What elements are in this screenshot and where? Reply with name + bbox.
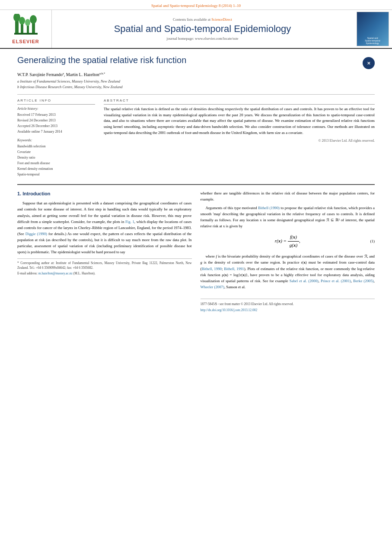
footer-doi: http://dx.doi.org/10.1016/j.sste.2013.12… (201, 308, 375, 313)
article-title-area: Generalizing the spatial relative risk f… (17, 55, 358, 69)
equation-1-number: (1) (370, 238, 375, 244)
body-left-col: 1. Introduction Suppose that an epidemio… (17, 190, 192, 314)
star-footnote: * Corresponding author at: Institute of … (17, 261, 192, 271)
copyright-line: © 2013 Elsevier Ltd. All rights reserved… (104, 138, 375, 143)
journal-homepage: journal homepage: www.elsevier.com/locat… (166, 36, 238, 41)
journal-cover-area: Spatial andSpatio-temporalEpidemiology (353, 10, 392, 48)
bithell-link[interactable]: Bithell (1990) (258, 206, 280, 210)
accepted-date: Accepted 26 December 2013 (17, 124, 95, 129)
affiliation-a: a Institute of Fundamental Sciences, Mas… (17, 79, 375, 84)
journal-citation-header: Spatial and Spatio-temporal Epidemiology… (0, 0, 392, 10)
bithell-1991-link[interactable]: Bithell, 1991 (224, 267, 244, 271)
bithell-1990-link[interactable]: Bithell, 1990 (201, 267, 222, 271)
affiliations: a Institute of Fundamental Sciences, Mas… (17, 79, 375, 90)
svg-rect-8 (14, 33, 38, 35)
fig1-link[interactable]: Fig. 1 (125, 220, 134, 224)
crossmark-icon: ✕ (363, 57, 375, 69)
divider-1 (17, 94, 375, 95)
svg-point-7 (30, 15, 37, 24)
wheeler-link[interactable]: Wheeler (2007) (201, 285, 224, 289)
svg-point-3 (19, 17, 25, 25)
intro-heading: 1. Introduction (17, 190, 192, 198)
abstract-col: ABSTRACT The spatial relative risk funct… (104, 98, 375, 178)
elsevier-tree-icon (13, 14, 39, 38)
abstract-label: ABSTRACT (104, 98, 375, 105)
article-title: Generalizing the spatial relative risk f… (17, 55, 358, 65)
publisher-logo-area: ELSEVIER (0, 10, 52, 48)
keyword-6: Spatio-temporal (17, 172, 95, 177)
history-label: Article history: (17, 106, 95, 111)
info-abstract-cols: ARTICLE INFO Article history: Received 1… (17, 98, 375, 178)
keyword-3: Density ratio (17, 155, 95, 160)
diggie-link[interactable]: Diggie (1990) (25, 232, 47, 236)
article-info-col: ARTICLE INFO Article history: Received 1… (17, 98, 95, 178)
keyword-4: Foot and mouth disease (17, 161, 95, 166)
revised-date: Revised 24 December 2013 (17, 118, 95, 123)
body-columns: 1. Introduction Suppose that an epidemio… (17, 190, 375, 314)
contents-available-line: Contents lists available at ScienceDirec… (173, 17, 232, 22)
intro-para1: Suppose that an epidemiologist is presen… (17, 200, 192, 255)
sabel-link[interactable]: Sabel et al. (2000) (290, 279, 319, 283)
article-body: 1. Introduction Suppose that an epidemio… (17, 184, 375, 314)
email-label: E-mail address: (17, 271, 38, 275)
footnote-area: * Corresponding author at: Institute of … (17, 258, 192, 276)
email-footnote: E-mail address: m.hazelton@massey.ac.nz … (17, 271, 192, 276)
svg-point-5 (25, 19, 30, 26)
journal-citation: Spatial and Spatio-temporal Epidemiology… (151, 3, 241, 8)
email-attribution: (M.L. Hazelton). (73, 271, 96, 275)
elsevier-label: ELSEVIER (12, 39, 39, 44)
keyword-5: Kernel density estimation (17, 166, 95, 172)
keyword-2: Covariate (17, 150, 95, 155)
keyword-1: Bandwidth selection (17, 144, 95, 149)
right-para2: Arguments of this type motivated Bithell… (201, 205, 375, 229)
received-date: Received 17 February 2013 (17, 112, 95, 118)
prince-link[interactable]: Prince et al. (2001) (321, 279, 351, 283)
equation-1-line: r(x) = f(x)g(x), (1) (201, 233, 375, 249)
journal-title: Spatial and Spatio-temporal Epidemiology (114, 23, 291, 35)
article-info-label: ARTICLE INFO (17, 98, 95, 105)
abstract-text: The spatial relative risk function is de… (104, 106, 375, 136)
doi-link[interactable]: http://dx.doi.org/10.1016/j.sste.2013.12… (201, 308, 258, 312)
affiliation-b: b Infectious Disease Research Centre, Ma… (17, 84, 375, 90)
journal-cover-text: Spatial andSpatio-temporalEpidemiology (365, 37, 380, 45)
authors-line: W.T.P. Sarojinie Fernandoa, Martin L. Ha… (17, 72, 375, 77)
equation-1: r(x) = f(x)g(x), (275, 233, 300, 249)
journal-title-area: Contents lists available at ScienceDirec… (52, 10, 353, 48)
footer-issn: 1877-5845/$ - see front matter © 2013 El… (201, 302, 375, 307)
page-footer: 1877-5845/$ - see front matter © 2013 El… (201, 299, 375, 313)
article-title-row: Generalizing the spatial relative risk f… (17, 55, 375, 69)
email-link[interactable]: m.hazelton@massey.ac.nz (38, 271, 73, 275)
journal-cover-image: Spatial andSpatio-temporalEpidemiology (357, 12, 389, 46)
authors-text: W.T.P. Sarojinie Fernandoa, Martin L. Ha… (17, 72, 105, 77)
right-para3: where f is the bivariate probability den… (201, 253, 375, 290)
sciencedirect-link[interactable]: ScienceDirect (211, 17, 232, 22)
main-content: Generalizing the spatial relative risk f… (0, 49, 392, 320)
body-right-col: whether there are tangible differences i… (201, 190, 375, 314)
elsevier-logo: ELSEVIER (12, 14, 39, 44)
right-para1: whether there are tangible differences i… (201, 190, 375, 202)
berke-link[interactable]: Berke (2005) (353, 279, 374, 283)
crossmark-area: ✕ (363, 57, 375, 69)
keywords-label: Keywords: (17, 138, 95, 143)
journal-header: ELSEVIER Contents lists available at Sci… (0, 10, 392, 49)
available-date: Available online 7 January 2014 (17, 129, 95, 134)
